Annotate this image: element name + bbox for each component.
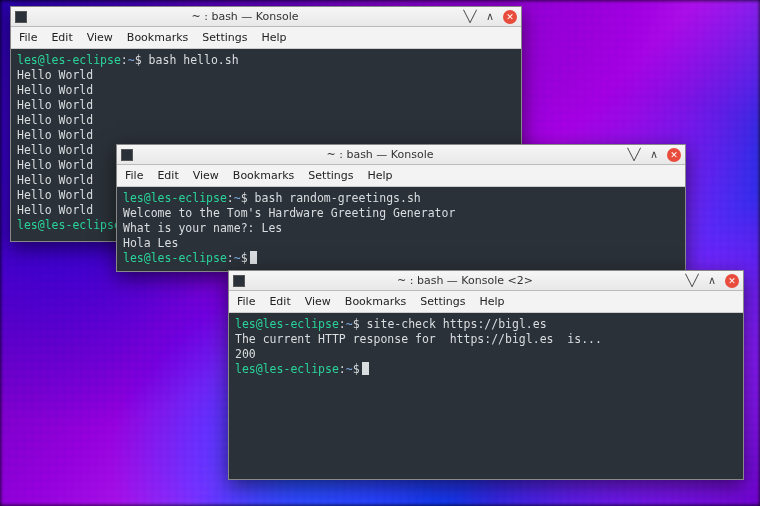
prompt: les@les-eclipse (235, 317, 339, 331)
menu-help[interactable]: Help (479, 295, 504, 308)
window-title: ~ : bash — Konsole (139, 148, 621, 161)
app-icon (121, 149, 133, 161)
close-button[interactable]: ✕ (667, 148, 681, 162)
minimize-button[interactable]: ╲╱ (627, 148, 641, 162)
close-button[interactable]: ✕ (725, 274, 739, 288)
output-line: Hello World (17, 128, 93, 142)
menu-bookmarks[interactable]: Bookmarks (127, 31, 188, 44)
output-line: 200 (235, 347, 256, 361)
terminal-body[interactable]: les@les-eclipse:~$ site-check https://bi… (229, 313, 743, 479)
output-line: Hello World (17, 173, 93, 187)
titlebar[interactable]: ~ : bash — Konsole ╲╱ ∧ ✕ (11, 7, 521, 27)
menu-help[interactable]: Help (367, 169, 392, 182)
prompt: les@les-eclipse (235, 362, 339, 376)
prompt: les@les-eclipse (17, 218, 121, 232)
menu-settings[interactable]: Settings (202, 31, 247, 44)
prompt: les@les-eclipse (123, 251, 227, 265)
output-line: Welcome to the Tom's Hardware Greeting G… (123, 206, 455, 220)
menu-bookmarks[interactable]: Bookmarks (233, 169, 294, 182)
menu-settings[interactable]: Settings (420, 295, 465, 308)
menu-view[interactable]: View (193, 169, 219, 182)
menu-view[interactable]: View (305, 295, 331, 308)
menubar: File Edit View Bookmarks Settings Help (229, 291, 743, 313)
output-line: What is your name?: Les (123, 221, 282, 235)
terminal-window-2[interactable]: ~ : bash — Konsole ╲╱ ∧ ✕ File Edit View… (116, 144, 686, 272)
menu-view[interactable]: View (87, 31, 113, 44)
titlebar[interactable]: ~ : bash — Konsole ╲╱ ∧ ✕ (117, 145, 685, 165)
maximize-button[interactable]: ∧ (483, 10, 497, 24)
minimize-button[interactable]: ╲╱ (463, 10, 477, 24)
output-line: Hola Les (123, 236, 178, 250)
minimize-button[interactable]: ╲╱ (685, 274, 699, 288)
menubar: File Edit View Bookmarks Settings Help (11, 27, 521, 49)
app-icon (233, 275, 245, 287)
output-line: The current HTTP response for https://bi… (235, 332, 602, 346)
menu-help[interactable]: Help (261, 31, 286, 44)
output-line: Hello World (17, 158, 93, 172)
command: bash random-greetings.sh (255, 191, 421, 205)
cursor (250, 251, 257, 264)
output-line: Hello World (17, 113, 93, 127)
maximize-button[interactable]: ∧ (705, 274, 719, 288)
menu-edit[interactable]: Edit (269, 295, 290, 308)
output-line: Hello World (17, 203, 93, 217)
output-line: Hello World (17, 83, 93, 97)
window-title: ~ : bash — Konsole (33, 10, 457, 23)
close-button[interactable]: ✕ (503, 10, 517, 24)
prompt: les@les-eclipse (123, 191, 227, 205)
menu-edit[interactable]: Edit (157, 169, 178, 182)
cursor (362, 362, 369, 375)
output-line: Hello World (17, 143, 93, 157)
maximize-button[interactable]: ∧ (647, 148, 661, 162)
window-title: ~ : bash — Konsole <2> (251, 274, 679, 287)
menu-bookmarks[interactable]: Bookmarks (345, 295, 406, 308)
menu-file[interactable]: File (19, 31, 37, 44)
terminal-window-3[interactable]: ~ : bash — Konsole <2> ╲╱ ∧ ✕ File Edit … (228, 270, 744, 480)
menu-settings[interactable]: Settings (308, 169, 353, 182)
titlebar[interactable]: ~ : bash — Konsole <2> ╲╱ ∧ ✕ (229, 271, 743, 291)
menu-edit[interactable]: Edit (51, 31, 72, 44)
command: site-check https://bigl.es (367, 317, 547, 331)
terminal-body[interactable]: les@les-eclipse:~$ bash random-greetings… (117, 187, 685, 271)
command: bash hello.sh (149, 53, 239, 67)
output-line: Hello World (17, 188, 93, 202)
output-line: Hello World (17, 98, 93, 112)
menu-file[interactable]: File (125, 169, 143, 182)
menu-file[interactable]: File (237, 295, 255, 308)
output-line: Hello World (17, 68, 93, 82)
menubar: File Edit View Bookmarks Settings Help (117, 165, 685, 187)
app-icon (15, 11, 27, 23)
prompt: les@les-eclipse (17, 53, 121, 67)
